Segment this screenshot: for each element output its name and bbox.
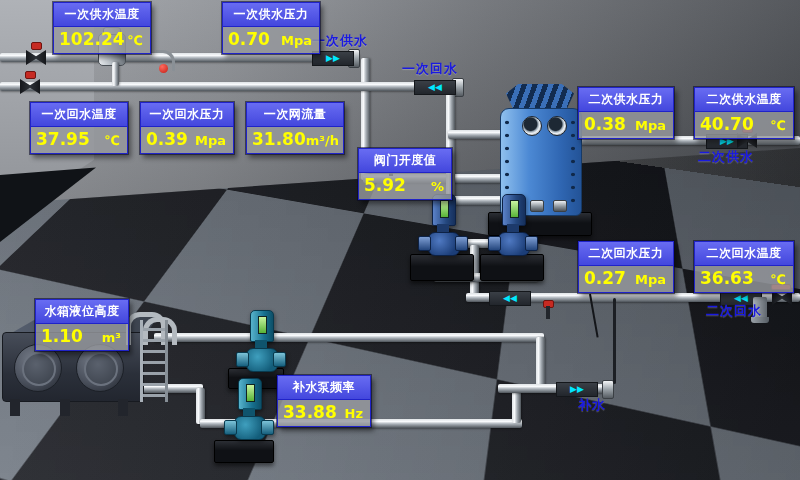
data-box-label: 一次回水压力 <box>141 103 233 127</box>
data-box-value: 31.80 <box>252 129 306 149</box>
data-box-value: 102.24 <box>59 29 125 49</box>
pipe-makeup-drop <box>536 337 545 389</box>
hx-port <box>547 116 567 136</box>
data-box-value: 40.70 <box>700 114 754 134</box>
pump-flange <box>261 420 274 435</box>
pump-flange <box>525 236 538 251</box>
data-box-unit: Mpa <box>635 272 669 287</box>
data-box-value: 0.38 <box>584 114 626 134</box>
pipe-label-secondary-supply: 二次供水 <box>698 148 754 166</box>
pipe-label-makeup-water: 补水 <box>578 396 606 414</box>
tank-end-cap-inner <box>22 352 56 386</box>
pump-flange <box>418 236 431 251</box>
hx-bottom-flange <box>553 200 567 212</box>
data-box-secondary-return-temp: 二次回水温度 36.63℃ <box>694 241 794 293</box>
pipe-label-primary-return: 一次回水 <box>402 60 458 78</box>
data-box-makeup-pump-frequency: 补水泵频率 33.88Hz <box>277 375 371 427</box>
flow-arrow-right-icon: ▶▶ <box>556 382 598 397</box>
pump-flange <box>273 352 286 367</box>
tank-leg <box>10 399 20 416</box>
circulation-pump-2[interactable] <box>494 194 532 260</box>
data-box-label: 一次网流量 <box>247 103 343 127</box>
hx-port <box>522 116 542 136</box>
data-box-valve-opening: 阀门开度值 5.92% <box>358 148 452 200</box>
pipe-label-primary-supply: 一次供水 <box>312 32 368 50</box>
data-box-unit: Mpa <box>195 133 229 148</box>
data-box-tank-level: 水箱液位高度 1.10m³ <box>35 299 129 351</box>
data-box-secondary-supply-temp: 二次供水温度 40.70℃ <box>694 87 794 139</box>
data-box-unit: ℃ <box>127 33 146 48</box>
data-box-label: 一次供水压力 <box>223 3 319 27</box>
tank-leg <box>118 399 128 416</box>
pipe-primary-return <box>0 82 454 91</box>
pump-indicator-window <box>258 316 267 334</box>
makeup-pump-1[interactable] <box>242 310 280 376</box>
data-box-primary-return-temp: 一次回水温度 37.95℃ <box>30 102 128 154</box>
data-box-label: 二次回水压力 <box>579 242 673 266</box>
data-box-unit: ℃ <box>770 118 789 133</box>
tank-leg <box>60 399 70 416</box>
data-box-primary-flow: 一次网流量 31.80m³/h <box>246 102 344 154</box>
data-box-secondary-return-pressure: 二次回水压力 0.27Mpa <box>578 241 674 293</box>
data-box-value: 36.63 <box>700 268 754 288</box>
makeup-connection-line <box>613 298 616 384</box>
data-box-unit: m³/h <box>306 133 342 148</box>
pump-flange <box>488 236 501 251</box>
data-box-value: 5.92 <box>364 175 406 195</box>
hx-bottom-flange <box>530 200 544 212</box>
pipe-label-secondary-return: 二次回水 <box>706 302 762 320</box>
flow-arrow-left-icon: ◀◀ <box>489 291 531 306</box>
data-box-value: 33.88 <box>283 402 337 422</box>
tank-end-cap-inner <box>84 352 118 386</box>
data-box-label: 二次供水温度 <box>695 88 793 112</box>
data-box-unit: m³ <box>102 330 124 345</box>
data-box-value: 0.27 <box>584 268 626 288</box>
data-box-label: 二次供水压力 <box>579 88 673 112</box>
pump-indicator-window <box>440 200 449 218</box>
data-box-unit: Hz <box>345 406 366 421</box>
data-box-unit: Mpa <box>281 33 315 48</box>
pump-indicator-window <box>510 200 519 218</box>
data-box-value: 0.39 <box>146 129 188 149</box>
data-box-label: 二次回水温度 <box>695 242 793 266</box>
pipe-primary-supply <box>0 53 360 62</box>
pump-flange <box>236 352 249 367</box>
data-box-secondary-supply-pressure: 二次供水压力 0.38Mpa <box>578 87 674 139</box>
data-box-label: 补水泵频率 <box>278 376 370 400</box>
data-box-value: 0.70 <box>228 29 270 49</box>
valve-cap-icon <box>25 71 36 79</box>
pump-flange <box>224 420 237 435</box>
hmi-screen: ▶▶ ◀◀ ▶▶ ◀◀ ◀◀ ▶▶ <box>0 0 800 480</box>
data-box-primary-supply-temp: 一次供水温度 102.24℃ <box>53 2 151 54</box>
pump-flange <box>455 236 468 251</box>
pump-indicator-window <box>246 384 255 402</box>
pipe-makeup-upper-line <box>154 333 544 342</box>
tank-end-cap <box>14 344 62 392</box>
valve-cap-icon <box>31 42 42 50</box>
makeup-pump-2[interactable] <box>230 378 268 444</box>
data-box-unit: ℃ <box>104 133 123 148</box>
hx-bolts-right <box>570 116 576 208</box>
pressure-gauge-icon <box>159 64 168 73</box>
data-box-label: 一次回水温度 <box>31 103 127 127</box>
data-box-value: 37.95 <box>36 129 90 149</box>
tank-end-cap <box>76 344 124 392</box>
data-box-label: 水箱液位高度 <box>36 300 128 324</box>
data-box-value: 1.10 <box>41 326 83 346</box>
drain-valve-stem <box>546 306 550 319</box>
flow-arrow-left-icon: ◀◀ <box>414 80 456 95</box>
pipe-makeup-rise <box>512 389 521 423</box>
data-box-unit: ℃ <box>770 272 789 287</box>
data-box-label: 一次供水温度 <box>54 3 150 27</box>
pipe-separator-drop <box>112 62 119 86</box>
circulation-pump-1[interactable] <box>424 194 462 260</box>
data-box-primary-supply-pressure: 一次供水压力 0.70Mpa <box>222 2 320 54</box>
data-box-unit: % <box>431 179 447 194</box>
data-box-unit: Mpa <box>635 118 669 133</box>
data-box-label: 阀门开度值 <box>359 149 451 173</box>
tank-ladder <box>140 320 168 402</box>
data-box-primary-return-pressure: 一次回水压力 0.39Mpa <box>140 102 234 154</box>
